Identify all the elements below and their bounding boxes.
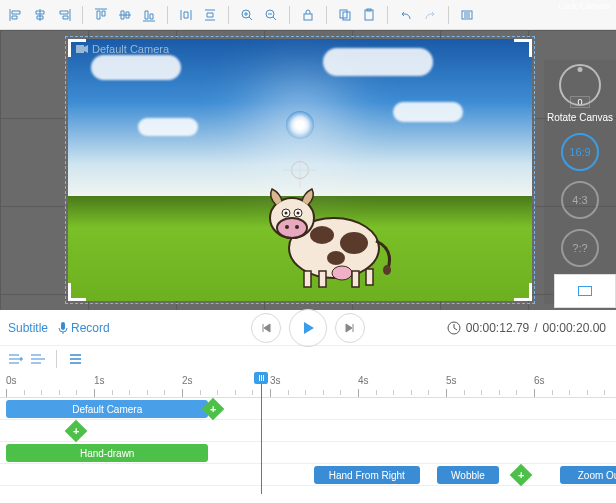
camera-viewport[interactable]: Default Camera [65,36,535,304]
svg-point-10 [277,218,307,238]
effect-clip[interactable]: Wobble [437,466,499,484]
play-button[interactable] [289,309,327,347]
add-keyframe-button[interactable]: + [65,420,88,443]
camera-clip[interactable]: Default Camera [6,400,208,418]
playhead[interactable] [254,372,268,384]
effects-track[interactable]: + Hand From RightWobbleZoom Out [0,464,616,486]
timecode-display: 00:00:12.79/00:00:20.00 [447,321,606,335]
distribute-h-icon[interactable] [176,5,196,25]
svg-point-14 [284,212,287,215]
add-track-icon[interactable] [8,352,24,366]
align-left-icon[interactable] [6,5,26,25]
align-center-h-icon[interactable] [30,5,50,25]
lock-canvas-label: Lock Canvas [558,1,610,11]
effect-clip[interactable]: Zoom Out [560,466,616,484]
record-button[interactable]: Record [58,321,110,335]
timeline-ruler[interactable]: 0s1s2s3s4s5s6s [0,372,616,398]
align-center-v-icon[interactable] [115,5,135,25]
align-bottom-icon[interactable] [139,5,159,25]
svg-rect-23 [352,271,359,287]
undo-icon[interactable] [396,5,416,25]
next-frame-button[interactable] [335,313,365,343]
align-right-icon[interactable] [54,5,74,25]
svg-rect-21 [304,271,311,287]
distribute-v-icon[interactable] [200,5,220,25]
svg-point-18 [340,232,368,254]
svg-rect-2 [304,14,312,20]
timeline-toolbar [0,346,616,372]
playback-bar: Subtitle Record 00:00:12.79/00:00:20.00 [0,310,616,346]
rotate-canvas-label: Rotate Canvas [547,112,613,123]
canvas-area[interactable]: Default Camera 0 Rotate Canvas 16:9 4:3 … [0,30,616,310]
align-top-icon[interactable] [91,5,111,25]
svg-point-17 [310,226,334,244]
svg-point-25 [383,265,391,275]
svg-rect-26 [76,45,84,53]
svg-rect-27 [61,322,65,330]
redo-icon[interactable] [420,5,440,25]
camera-label: Default Camera [76,43,169,55]
paste-icon[interactable] [359,5,379,25]
spacer-track[interactable]: + [0,420,616,442]
drawn-track[interactable]: Hand-drawn [0,442,616,464]
drawn-clip[interactable]: Hand-drawn [6,444,208,462]
add-keyframe-button[interactable]: + [509,464,532,487]
svg-point-11 [285,225,289,229]
zoom-out-icon[interactable] [261,5,281,25]
svg-rect-22 [319,271,326,287]
lock-icon[interactable] [298,5,318,25]
clock-icon [447,321,461,335]
aspect-16-9-button[interactable]: 16:9 [561,133,599,171]
canvas-thumbnail[interactable] [554,274,616,308]
aspect-4-3-button[interactable]: 4:3 [561,181,599,219]
settings-icon[interactable] [457,5,477,25]
copy-icon[interactable] [335,5,355,25]
canvas-right-panel: 0 Rotate Canvas 16:9 4:3 ?:? [544,60,616,304]
timeline-tracks: Default Camera + + Hand-drawn + Hand Fro… [0,398,616,503]
rotate-canvas-dial[interactable] [559,64,601,106]
top-toolbar: Lock Canvas [0,0,616,30]
aspect-custom-button[interactable]: ?:? [561,229,599,267]
zoom-in-icon[interactable] [237,5,257,25]
prev-frame-button[interactable] [251,313,281,343]
svg-point-16 [296,212,299,215]
track-list-icon[interactable] [67,352,83,366]
remove-track-icon[interactable] [30,352,46,366]
svg-point-19 [327,251,345,265]
subtitle-button[interactable]: Subtitle [8,321,48,335]
cow-character[interactable] [254,173,404,293]
svg-point-12 [295,225,299,229]
camera-track[interactable]: Default Camera + [0,398,616,420]
effect-clip[interactable]: Hand From Right [314,466,420,484]
center-crosshair [285,155,315,185]
svg-rect-24 [366,269,373,285]
svg-point-20 [332,266,352,280]
